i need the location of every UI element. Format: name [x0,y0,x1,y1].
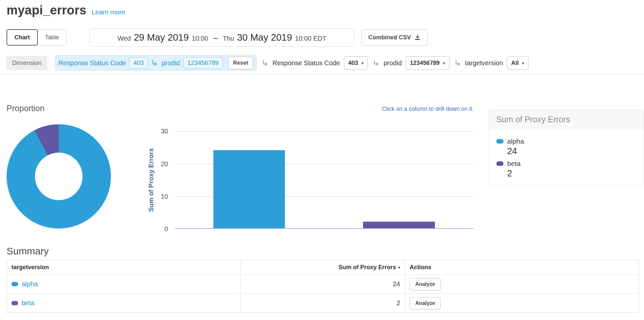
date-range-picker[interactable]: Wed 29 May 2019 10:00 – Thu 30 May 2019 … [90,28,354,47]
filter-name: Response Status Code [58,59,126,67]
beta-link[interactable]: beta [22,299,34,307]
chart-view-button[interactable]: Chart [7,29,38,46]
drilldown-hint[interactable]: Click on a column to drill down on it. [175,106,474,112]
drilldown-prodid: prodid 123456789 ▾ [373,56,449,70]
alpha-swatch [496,139,504,144]
donut-hole [35,153,83,200]
beta-swatch [496,161,504,166]
y-tick-0: 0 [138,225,168,233]
titlebar: myapi_errors Learn more [7,3,125,17]
targetversion-select[interactable]: All ▾ [507,56,528,70]
proportion-label: Proportion [7,104,44,113]
selected-value: All [511,60,519,67]
end-time: 10:00 EDT [295,35,327,42]
legend-item-label: alpha [507,137,524,145]
drilldown-response-status-code: Response Status Code 403 ▾ [262,56,368,70]
end-date: 30 May 2019 [237,32,292,43]
filter-value-chip: 403 [129,57,148,69]
drilldown-arrow-icon [262,60,268,66]
legend-item-value: 24 [507,146,636,156]
selected-value: 123456789 [410,60,440,67]
drilldown-arrow-icon [151,60,158,66]
date-range-separator: – [211,33,220,43]
analyze-button[interactable]: Analyze [410,297,440,310]
sum-cell: 2 [240,294,405,312]
sum-value: 2 [397,299,400,307]
targetversion-cell: beta [7,294,240,312]
filter-name: prodid [161,59,180,67]
column-header-label: Sum of Proxy Errors [338,264,396,271]
selected-value: 403 [348,60,358,67]
legend-item[interactable]: alpha [496,137,636,145]
summary-table: targetversion Sum of Proxy Errors ▾ Acti… [7,260,639,313]
drilldown-arrow-icon [373,60,379,66]
divider [0,74,644,74]
summary-heading: Summary [7,246,49,257]
combined-csv-label: Combined CSV [368,34,411,41]
dimension-bar: Dimension Response Status Code 403 prodi… [7,54,637,71]
start-day: Wed [118,35,131,42]
end-day: Thu [223,35,234,42]
bar-alpha[interactable] [213,150,285,228]
gridline [175,131,474,131]
dimension-label: Dimension [7,56,47,70]
start-time: 10:00 [192,35,208,42]
alpha-swatch [11,282,18,286]
analyze-button[interactable]: Analyze [410,278,440,290]
alpha-link[interactable]: alpha [22,280,38,288]
download-icon [414,34,421,41]
filter-value-chip: 123456789 [183,57,223,69]
y-tick-20: 20 [138,160,168,168]
table-row: beta 2 Analyze [7,293,639,312]
table-view-button[interactable]: Table [37,29,67,46]
legend-panel: Sum of Proxy Errors alpha 24 beta 2 [489,110,644,186]
column-header-sum-sortable[interactable]: Sum of Proxy Errors ▾ [240,260,405,274]
drilldown-arrow-icon [455,60,461,66]
response-status-code-select[interactable]: 403 ▾ [344,56,368,70]
column-header-actions: Actions [405,260,639,274]
drilldown-name: prodid [383,59,402,67]
drilldown-name: targetversion [465,59,503,67]
actions-cell: Analyze [405,275,639,293]
prodid-select[interactable]: 123456789 ▾ [406,56,449,70]
legend-item-label: beta [507,160,521,168]
applied-filters: Response Status Code 403 prodid 12345678… [55,55,257,71]
bar-chart-plot [175,131,474,229]
targetversion-cell: alpha [7,275,240,293]
combined-csv-button[interactable]: Combined CSV [361,29,428,46]
chevron-down-icon: ▾ [443,61,445,66]
y-tick-30: 30 [138,127,168,135]
table-row: alpha 24 Analyze [7,274,639,293]
chevron-down-icon: ▾ [522,61,524,66]
view-toggle: Chart Table [7,29,67,46]
column-header-targetversion: targetversion [7,260,240,274]
table-header-row: targetversion Sum of Proxy Errors ▾ Acti… [7,260,639,274]
chevron-down-icon: ▾ [361,61,364,66]
toolbar: Chart Table Wed 29 May 2019 10:00 – Thu … [7,28,637,47]
legend-title: Sum of Proxy Errors [489,110,644,130]
drilldown-name: Response Status Code [272,59,340,67]
start-date: 29 May 2019 [134,32,189,43]
reset-button[interactable]: Reset [228,57,253,69]
page-title: myapi_errors [7,3,86,17]
legend-body: alpha 24 beta 2 [489,130,644,185]
x-axis-baseline [175,228,474,229]
actions-cell: Analyze [405,294,639,312]
sum-value: 24 [393,280,400,288]
learn-more-link[interactable]: Learn more [92,9,125,16]
bar-beta[interactable] [363,222,435,228]
drilldown-targetversion: targetversion All ▾ [455,56,528,70]
custom-report-page: myapi_errors Learn more Chart Table Wed … [0,0,644,320]
legend-item[interactable]: beta [496,160,636,168]
donut-chart[interactable] [7,124,111,229]
sum-cell: 24 [240,275,405,293]
sort-desc-icon: ▾ [398,265,400,270]
legend-item-value: 2 [507,169,636,179]
y-axis-label: Sum of Proxy Errors [147,148,155,212]
y-tick-10: 10 [138,192,168,200]
beta-swatch [11,301,18,305]
